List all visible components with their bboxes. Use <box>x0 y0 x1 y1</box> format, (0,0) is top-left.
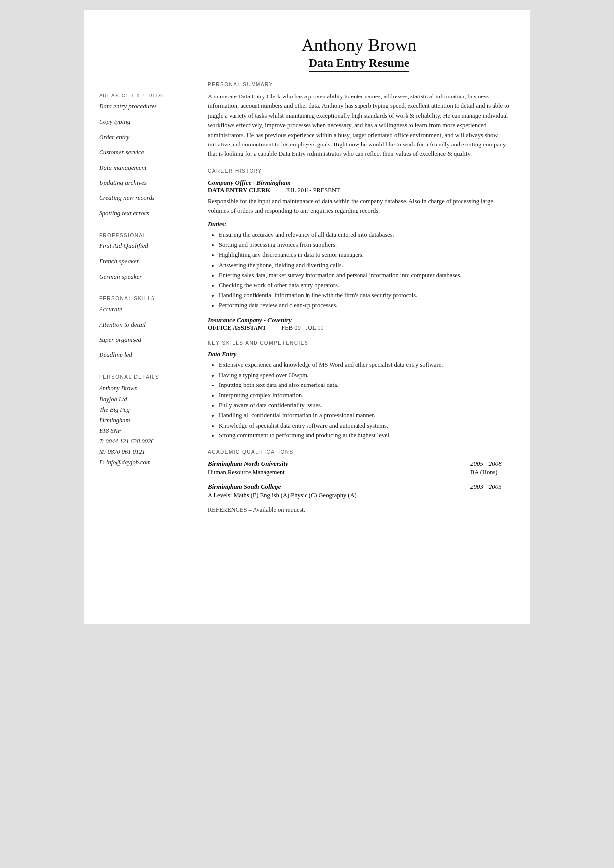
personal-skills-label: PERSONAL SKILLS <box>99 296 193 301</box>
job-2-header: Insurance Company - Coventry OFFICE ASSI… <box>208 316 510 332</box>
duty-item: Entering sales data, market survey infor… <box>219 271 510 280</box>
expertise-item: Order entry <box>99 133 193 142</box>
edu-1-years: 2005 - 2008 <box>470 460 510 468</box>
expertise-section: AREAS OF EXPERTISE Data entry procedures… <box>99 93 193 218</box>
duties-label: Duties: <box>208 221 510 228</box>
job-1-duties: Ensuring the accuracy and relevancy of a… <box>208 230 510 310</box>
skill-item: Strong commitment to performing and prod… <box>219 431 510 440</box>
job-1-desc: Responsible for the input and maintenanc… <box>208 197 510 216</box>
skill-item: Knowledge of specialist data entry softw… <box>219 421 510 431</box>
detail-address2: Birmingham <box>99 417 130 424</box>
personal-skills-section: PERSONAL SKILLS AccurateAttention to det… <box>99 296 193 360</box>
skill-item: Handling all confidential information in… <box>219 411 510 420</box>
professional-items: First Aid QualifiedFrench speakerGerman … <box>99 242 193 281</box>
skill-item: Extensive experience and knowledge of MS… <box>219 360 510 370</box>
expertise-item: Data entry procedures <box>99 102 193 111</box>
key-skills-label: KEY SKILLS AND COMPETENCIES <box>208 340 510 346</box>
detail-name: Anthony Brown <box>99 385 138 392</box>
key-skills-list: Extensive experience and knowledge of MS… <box>208 360 510 440</box>
data-entry-label: Data Entry <box>208 351 510 358</box>
summary-label: PERSONAL SUMMARY <box>208 82 510 87</box>
duty-item: Performing data review and clean-up proc… <box>219 301 510 310</box>
personal-skill-item: Accurate <box>99 305 193 314</box>
edu-1-grade: BA (Hons) <box>470 469 510 476</box>
edu-2-subject: A Levels: Maths (B) English (A) Physic (… <box>208 492 456 499</box>
edu-1-header: Birmingham North University 2005 - 2008 <box>208 460 510 468</box>
header: Anthony Brown Data Entry Resume <box>208 35 510 73</box>
job-1-header: Company Office - Birmingham DATA ENTRY C… <box>208 179 510 194</box>
main-content: Anthony Brown Data Entry Resume PERSONAL… <box>193 35 530 594</box>
edu-1-detail: Human Resource Management BA (Hons) <box>208 469 510 476</box>
sidebar: AREAS OF EXPERTISE Data entry procedures… <box>84 35 193 594</box>
edu-2-detail: A Levels: Maths (B) English (A) Physic (… <box>208 492 510 499</box>
professional-item: French speaker <box>99 257 193 266</box>
detail-mobile: M: 0870 061 0121 <box>99 448 145 455</box>
skill-item: Inputting both text data and also numeri… <box>219 381 510 390</box>
professional-item: First Aid Qualified <box>99 242 193 250</box>
job-1-title: DATA ENTRY CLERK <box>208 187 270 194</box>
duty-item: Handling confidential information in lin… <box>219 291 510 300</box>
summary-text: A numerate Data Entry Clerk who has a pr… <box>208 92 510 159</box>
candidate-name: Anthony Brown <box>208 35 510 55</box>
job-2-title: OFFICE ASSISTANT <box>208 324 266 332</box>
edu-2-header: Birmingham South College 2003 - 2005 <box>208 483 510 491</box>
personal-details-block: Anthony Brown Dayjob Ltd The Big Peg Bir… <box>99 384 193 468</box>
resume-page: AREAS OF EXPERTISE Data entry procedures… <box>84 10 530 624</box>
edu-2-institution: Birmingham South College <box>208 483 456 491</box>
job-title: Data Entry Resume <box>309 56 409 72</box>
edu-1-subject: Human Resource Management <box>208 469 456 476</box>
job-2-dates: Feb 09 - Jul 11 <box>281 324 323 332</box>
duty-item: Ensuring the accuracy and relevancy of a… <box>219 230 510 240</box>
personal-skills-items: AccurateAttention to detailSuper organis… <box>99 305 193 360</box>
expertise-label: AREAS OF EXPERTISE <box>99 93 193 98</box>
professional-label: PROFESSIONAL <box>99 233 193 238</box>
job-1-title-row: DATA ENTRY CLERK Jul 2011- Present <box>208 187 510 194</box>
duty-item: Highlighting any discrepancies in data t… <box>219 250 510 260</box>
job-1-company: Company Office - Birmingham <box>208 179 510 187</box>
expertise-item: Customer service <box>99 148 193 157</box>
personal-skill-item: Deadline led <box>99 351 193 359</box>
detail-address1: The Big Peg <box>99 406 130 413</box>
edu-1-institution: Birmingham North University <box>208 460 456 468</box>
detail-company: Dayjob Ltd <box>99 396 127 403</box>
detail-phone: T: 0044 121 638 0026 <box>99 438 154 445</box>
personal-skill-item: Super organised <box>99 336 193 344</box>
personal-details-label: PERSONAL DETAILS <box>99 374 193 380</box>
job-2-company: Insurance Company - Coventry <box>208 316 510 324</box>
expertise-items: Data entry proceduresCopy typingOrder en… <box>99 102 193 218</box>
personal-details-section: PERSONAL DETAILS Anthony Brown Dayjob Lt… <box>99 374 193 468</box>
professional-item: German speaker <box>99 273 193 281</box>
career-label: CAREER HISTORY <box>208 168 510 174</box>
job-2-title-row: OFFICE ASSISTANT Feb 09 - Jul 11 <box>208 324 510 332</box>
skill-item: Interpreting complex information. <box>219 391 510 400</box>
duty-item: Sorting and processing invoices from sup… <box>219 241 510 250</box>
skill-item: Having a typing speed over 60wpm. <box>219 371 510 380</box>
skill-item: Fully aware of data confidentiality issu… <box>219 401 510 410</box>
expertise-item: Data management <box>99 164 193 172</box>
references-text: REFERENCES – Available on request. <box>208 506 510 514</box>
detail-email: E: info@dayjob.com <box>99 459 151 466</box>
expertise-item: Copy typing <box>99 118 193 126</box>
personal-skill-item: Attention to detail <box>99 321 193 329</box>
job-1-dates: Jul 2011- Present <box>285 187 340 194</box>
edu-2-years: 2003 - 2005 <box>470 483 510 491</box>
expertise-item: Updating archives <box>99 179 193 187</box>
professional-section: PROFESSIONAL First Aid QualifiedFrench s… <box>99 233 193 281</box>
detail-postcode: B18 6NF <box>99 427 121 434</box>
expertise-item: Creating new records <box>99 194 193 202</box>
academic-label: ACADEMIC QUALIFICATIONS <box>208 449 510 455</box>
duty-item: Answering the phone, fielding and divert… <box>219 261 510 270</box>
expertise-item: Spotting text errors <box>99 209 193 218</box>
duty-item: Checking the work of other data entry op… <box>219 281 510 290</box>
edu-2-grade <box>470 492 510 499</box>
